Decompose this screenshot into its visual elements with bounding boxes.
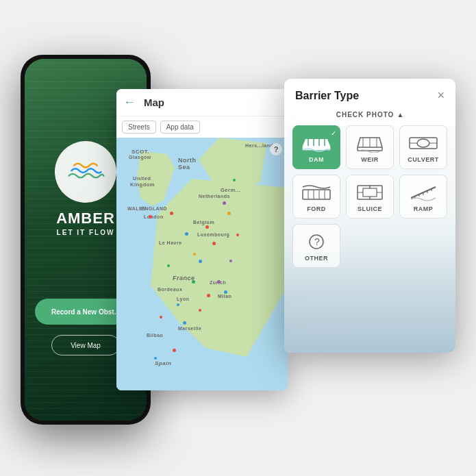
bordeaux-label: Bordeaux [158, 287, 182, 292]
view-map-button[interactable]: View Map [51, 335, 120, 355]
map-panel: ← Map Streets App data North Sea SCOT. G… [116, 89, 288, 390]
weir-label: WEIR [361, 156, 379, 163]
map-dot [185, 232, 188, 236]
belgium-label: Belgium [193, 220, 214, 225]
dam-icon [301, 133, 331, 153]
london-label: London [144, 214, 164, 219]
map-dot [160, 316, 162, 318]
dam-label: DAM [309, 156, 324, 163]
ford-icon [301, 182, 331, 203]
other-option[interactable]: ? OTHER [292, 224, 340, 268]
map-dot [183, 321, 186, 325]
barrier-panel-title: Barrier Type [295, 90, 359, 102]
glasgow-label: Glasgow [129, 155, 151, 160]
england-label: ENGLAND [141, 206, 167, 211]
ford-label: FORD [307, 205, 326, 212]
map-dot [199, 260, 202, 263]
barrier-header: Barrier Type × [284, 79, 455, 108]
map-title: Map [144, 97, 281, 108]
map-dot [154, 357, 157, 360]
amber-logo [55, 141, 116, 203]
map-dot [233, 179, 236, 181]
sluice-icon [355, 182, 385, 203]
barrier-check-photo[interactable]: CHECK PHOTO ▲ [284, 108, 455, 125]
milan-label: Milan [218, 294, 231, 299]
map-area[interactable]: North Sea SCOT. Glasgow United Kingdom W… [116, 138, 288, 390]
map-toolbar: Streets App data [116, 116, 288, 138]
germany-label: Germ... [221, 187, 240, 193]
map-dot [193, 253, 196, 255]
map-dot [170, 212, 173, 215]
scotland-label: SCOT. [131, 149, 149, 155]
ford-option[interactable]: FORD [292, 175, 340, 218]
map-header: ← Map [116, 89, 288, 116]
chevron-up-icon: ▲ [397, 111, 403, 118]
dam-option[interactable]: ✓ DAM [292, 125, 340, 169]
uk-label: United [133, 175, 151, 181]
map-dot [173, 349, 176, 352]
culvert-label: CULVERT [408, 156, 438, 163]
weir-option[interactable]: WEIR [346, 125, 394, 169]
ramp-icon [408, 182, 438, 203]
kingdom-label: Kingdom [130, 181, 155, 188]
map-dot [236, 234, 239, 236]
barrier-close-button[interactable]: × [437, 88, 444, 103]
north-sea-label: North [178, 157, 197, 164]
map-dot [207, 294, 210, 297]
svg-text:?: ? [314, 236, 320, 247]
map-dot [149, 215, 152, 218]
netherlands-label: Netherlands [199, 194, 230, 199]
lyon-label: Lyon [177, 297, 189, 301]
map-dot [177, 303, 179, 306]
ramp-option[interactable]: RAMP [399, 175, 447, 218]
map-dot [223, 201, 226, 205]
bilbao-label: Bilbao [147, 333, 163, 338]
ramp-label: RAMP [414, 205, 434, 212]
app-data-button[interactable]: App data [160, 121, 200, 134]
svg-rect-13 [303, 190, 330, 199]
selected-checkmark: ✓ [331, 129, 336, 137]
svg-point-10 [417, 139, 429, 147]
streets-button[interactable]: Streets [122, 121, 156, 134]
luxembourg-label: Luxembourg [197, 232, 229, 237]
map-dot [192, 280, 195, 284]
culvert-icon [408, 133, 438, 153]
sluice-label: SLUICE [358, 205, 382, 212]
map-help-button[interactable]: ? [270, 143, 282, 155]
map-dot [217, 280, 221, 284]
check-photo-label: CHECK PHOTO [336, 111, 394, 118]
scene: AMBER LET IT FLOW Record a New Obst... V… [0, 0, 476, 476]
map-dot [199, 309, 201, 312]
map-dot [227, 212, 231, 215]
weir-icon [355, 133, 385, 153]
map-dot [224, 290, 227, 294]
other-label: OTHER [305, 255, 328, 262]
map-dot [167, 264, 170, 267]
map-dot [229, 260, 232, 262]
barrier-type-grid: ✓ DAM [284, 125, 455, 276]
svg-rect-19 [363, 188, 377, 197]
other-icon: ? [301, 231, 331, 252]
marseille-label: Marseille [178, 326, 201, 331]
barrier-type-panel: Barrier Type × CHECK PHOTO ▲ ✓ [284, 79, 455, 353]
herstedland-label: Hers...land [245, 143, 273, 148]
map-dot [205, 225, 209, 229]
lehavre-label: Le Havre [159, 240, 182, 245]
map-back-button[interactable]: ← [123, 95, 136, 110]
spain-label: Spain [155, 360, 171, 366]
north-sea-label2: Sea [178, 164, 190, 171]
map-dot [212, 242, 216, 245]
culvert-option[interactable]: CULVERT [399, 125, 447, 169]
sluice-option[interactable]: SLUICE [346, 175, 394, 218]
